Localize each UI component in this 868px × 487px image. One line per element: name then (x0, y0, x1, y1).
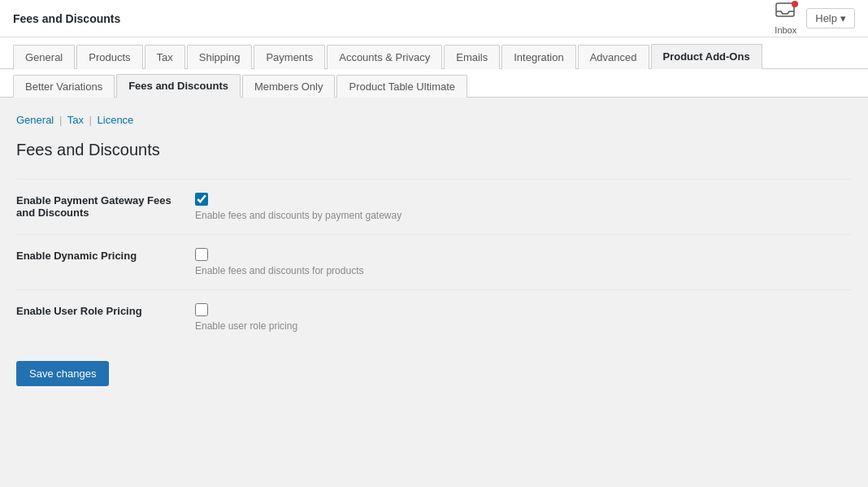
checkbox-wrap-enable-dynamic-pricing (195, 248, 852, 261)
main-tab-tax[interactable]: Tax (145, 45, 185, 69)
breadcrumb-sep-1: | (59, 114, 62, 126)
checkbox-enable-user-role-pricing[interactable] (195, 303, 208, 316)
inbox-icon-wrap (775, 2, 796, 24)
main-tab-integration[interactable]: Integration (501, 45, 575, 69)
inbox-button[interactable]: Inbox (775, 2, 796, 35)
sub-tab-members-only[interactable]: Members Only (242, 75, 336, 98)
main-tab-product-add-ons[interactable]: Product Add-Ons (651, 44, 762, 69)
setting-label-enable-payment-gateway-fees: Enable Payment Gateway Feesand Discounts (16, 180, 195, 235)
sub-tab-fees-and-discounts[interactable]: Fees and Discounts (116, 74, 241, 98)
content-area: General | Tax | Licence Fees and Discoun… (0, 98, 868, 423)
setting-label-enable-user-role-pricing: Enable User Role Pricing (16, 290, 195, 346)
main-tab-accounts-privacy[interactable]: Accounts & Privacy (327, 45, 442, 69)
main-tab-advanced[interactable]: Advanced (578, 45, 649, 69)
checkbox-wrap-enable-payment-gateway-fees (195, 193, 852, 206)
page-title: Fees and Discounts (13, 12, 120, 25)
save-changes-button[interactable]: Save changes (16, 361, 109, 386)
settings-row-enable-payment-gateway-fees: Enable Payment Gateway Feesand Discounts… (16, 180, 852, 235)
sub-tab-product-table-ultimate[interactable]: Product Table Ultimate (336, 75, 467, 98)
help-label: Help (815, 12, 837, 24)
main-tab-emails[interactable]: Emails (444, 45, 500, 69)
help-button[interactable]: Help ▾ (806, 8, 855, 28)
breadcrumb-general[interactable]: General (16, 114, 54, 126)
checkbox-wrap-enable-user-role-pricing (195, 303, 852, 316)
main-tab-payments[interactable]: Payments (254, 45, 325, 69)
settings-table: Enable Payment Gateway Feesand Discounts… (16, 179, 852, 345)
main-tabs-bar: GeneralProductsTaxShippingPaymentsAccoun… (0, 37, 868, 69)
checkbox-enable-dynamic-pricing[interactable] (195, 248, 208, 261)
setting-input-cell-enable-payment-gateway-fees: Enable fees and discounts by payment gat… (195, 180, 852, 235)
settings-row-enable-user-role-pricing: Enable User Role PricingEnable user role… (16, 290, 852, 346)
sub-tabs-bar: Better VariationsFees and DiscountsMembe… (0, 69, 868, 98)
setting-input-cell-enable-user-role-pricing: Enable user role pricing (195, 290, 852, 346)
breadcrumb-tax[interactable]: Tax (67, 114, 84, 126)
inbox-label: Inbox (775, 25, 796, 35)
setting-label-enable-dynamic-pricing: Enable Dynamic Pricing (16, 235, 195, 290)
breadcrumb: General | Tax | Licence (16, 114, 852, 126)
main-tab-general[interactable]: General (13, 45, 75, 69)
inbox-badge (792, 1, 798, 7)
setting-description-enable-payment-gateway-fees: Enable fees and discounts by payment gat… (195, 210, 852, 221)
setting-description-enable-user-role-pricing: Enable user role pricing (195, 320, 852, 332)
section-title: Fees and Discounts (16, 141, 852, 159)
checkbox-enable-payment-gateway-fees[interactable] (195, 193, 208, 206)
main-tab-products[interactable]: Products (76, 45, 142, 69)
help-chevron-icon: ▾ (840, 12, 846, 24)
settings-row-enable-dynamic-pricing: Enable Dynamic PricingEnable fees and di… (16, 235, 852, 290)
setting-description-enable-dynamic-pricing: Enable fees and discounts for products (195, 265, 852, 276)
main-tab-shipping[interactable]: Shipping (187, 45, 253, 69)
sub-tab-better-variations[interactable]: Better Variations (13, 75, 115, 98)
setting-input-cell-enable-dynamic-pricing: Enable fees and discounts for products (195, 235, 852, 290)
breadcrumb-sep-2: | (89, 114, 92, 126)
top-bar: Fees and Discounts Inbox Help ▾ (0, 0, 868, 37)
breadcrumb-licence[interactable]: Licence (98, 114, 134, 126)
top-bar-right: Inbox Help ▾ (775, 2, 855, 35)
